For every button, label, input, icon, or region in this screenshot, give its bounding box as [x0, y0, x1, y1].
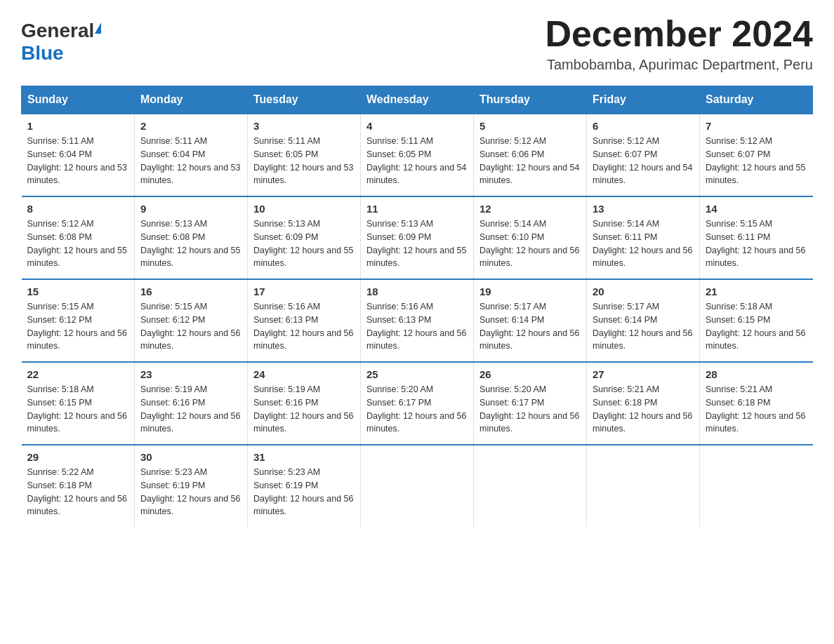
day-info: Sunrise: 5:23 AMSunset: 6:19 PMDaylight:…: [140, 466, 241, 518]
weekday-header-saturday: Saturday: [700, 86, 813, 114]
weekday-header-wednesday: Wednesday: [361, 86, 474, 114]
calendar-cell: 8Sunrise: 5:12 AMSunset: 6:08 PMDaylight…: [22, 196, 135, 279]
day-info: Sunrise: 5:13 AMSunset: 6:09 PMDaylight:…: [366, 217, 468, 270]
calendar-table: SundayMondayTuesdayWednesdayThursdayFrid…: [21, 86, 813, 527]
weekday-header-monday: Monday: [135, 86, 248, 114]
calendar-cell: 19Sunrise: 5:17 AMSunset: 6:14 PMDayligh…: [474, 279, 587, 362]
day-number: 30: [140, 451, 241, 463]
day-info: Sunrise: 5:14 AMSunset: 6:11 PMDaylight:…: [593, 217, 694, 270]
day-number: 29: [27, 451, 129, 463]
day-number: 7: [706, 120, 807, 132]
day-number: 12: [479, 203, 581, 215]
day-number: 16: [140, 286, 241, 297]
day-number: 4: [366, 120, 468, 132]
weekday-header-friday: Friday: [587, 86, 700, 114]
day-info: Sunrise: 5:13 AMSunset: 6:09 PMDaylight:…: [253, 217, 355, 270]
day-info: Sunrise: 5:12 AMSunset: 6:06 PMDaylight:…: [479, 135, 581, 187]
calendar-cell: 18Sunrise: 5:16 AMSunset: 6:13 PMDayligh…: [361, 279, 474, 362]
calendar-week-row: 15Sunrise: 5:15 AMSunset: 6:12 PMDayligh…: [22, 279, 813, 362]
day-info: Sunrise: 5:13 AMSunset: 6:08 PMDaylight:…: [140, 217, 241, 270]
calendar-cell: 9Sunrise: 5:13 AMSunset: 6:08 PMDaylight…: [135, 196, 248, 279]
day-number: 26: [479, 368, 581, 380]
calendar-cell: 23Sunrise: 5:19 AMSunset: 6:16 PMDayligh…: [135, 362, 248, 445]
day-number: 24: [253, 368, 355, 380]
day-info: Sunrise: 5:19 AMSunset: 6:16 PMDaylight:…: [253, 383, 355, 436]
calendar-week-row: 22Sunrise: 5:18 AMSunset: 6:15 PMDayligh…: [22, 362, 813, 445]
logo: General Blue: [21, 20, 101, 65]
calendar-cell: 10Sunrise: 5:13 AMSunset: 6:09 PMDayligh…: [248, 196, 361, 279]
calendar-cell: 12Sunrise: 5:14 AMSunset: 6:10 PMDayligh…: [474, 196, 587, 279]
calendar-cell: 7Sunrise: 5:12 AMSunset: 6:07 PMDaylight…: [700, 114, 813, 196]
calendar-cell: 31Sunrise: 5:23 AMSunset: 6:19 PMDayligh…: [248, 445, 361, 527]
location-title: Tambobamba, Apurimac Department, Peru: [545, 57, 813, 73]
calendar-cell: 29Sunrise: 5:22 AMSunset: 6:18 PMDayligh…: [22, 445, 135, 527]
day-info: Sunrise: 5:11 AMSunset: 6:04 PMDaylight:…: [27, 135, 129, 187]
day-number: 22: [27, 368, 129, 380]
day-info: Sunrise: 5:18 AMSunset: 6:15 PMDaylight:…: [27, 383, 129, 436]
day-number: 9: [140, 203, 241, 215]
day-number: 14: [706, 203, 807, 215]
day-info: Sunrise: 5:17 AMSunset: 6:14 PMDaylight:…: [593, 300, 694, 353]
day-info: Sunrise: 5:19 AMSunset: 6:16 PMDaylight:…: [140, 383, 241, 436]
day-info: Sunrise: 5:21 AMSunset: 6:18 PMDaylight:…: [706, 383, 807, 436]
calendar-cell: 3Sunrise: 5:11 AMSunset: 6:05 PMDaylight…: [248, 114, 361, 196]
calendar-cell: 21Sunrise: 5:18 AMSunset: 6:15 PMDayligh…: [700, 279, 813, 362]
calendar-cell: 11Sunrise: 5:13 AMSunset: 6:09 PMDayligh…: [361, 196, 474, 279]
calendar-week-row: 1Sunrise: 5:11 AMSunset: 6:04 PMDaylight…: [22, 114, 813, 196]
day-number: 31: [253, 451, 355, 463]
day-info: Sunrise: 5:21 AMSunset: 6:18 PMDaylight:…: [593, 383, 694, 436]
calendar-cell: 28Sunrise: 5:21 AMSunset: 6:18 PMDayligh…: [700, 362, 813, 445]
calendar-cell: 26Sunrise: 5:20 AMSunset: 6:17 PMDayligh…: [474, 362, 587, 445]
day-info: Sunrise: 5:14 AMSunset: 6:10 PMDaylight:…: [479, 217, 581, 270]
day-info: Sunrise: 5:20 AMSunset: 6:17 PMDaylight:…: [366, 383, 468, 436]
month-title: December 2024: [545, 14, 813, 54]
calendar-cell: 1Sunrise: 5:11 AMSunset: 6:04 PMDaylight…: [22, 114, 135, 196]
day-number: 20: [593, 286, 694, 297]
day-info: Sunrise: 5:12 AMSunset: 6:07 PMDaylight:…: [706, 135, 807, 187]
calendar-cell: 22Sunrise: 5:18 AMSunset: 6:15 PMDayligh…: [22, 362, 135, 445]
day-info: Sunrise: 5:16 AMSunset: 6:13 PMDaylight:…: [366, 300, 468, 353]
day-info: Sunrise: 5:11 AMSunset: 6:05 PMDaylight:…: [366, 135, 468, 187]
calendar-cell: 14Sunrise: 5:15 AMSunset: 6:11 PMDayligh…: [700, 196, 813, 279]
day-info: Sunrise: 5:12 AMSunset: 6:07 PMDaylight:…: [593, 135, 694, 187]
calendar-cell: [474, 445, 587, 527]
page-header: General Blue December 2024 Tambobamba, A…: [21, 14, 813, 73]
calendar-cell: 5Sunrise: 5:12 AMSunset: 6:06 PMDaylight…: [474, 114, 587, 196]
day-number: 10: [253, 203, 355, 215]
day-info: Sunrise: 5:16 AMSunset: 6:13 PMDaylight:…: [253, 300, 355, 353]
weekday-header-tuesday: Tuesday: [248, 86, 361, 114]
day-number: 13: [593, 203, 694, 215]
calendar-cell: 20Sunrise: 5:17 AMSunset: 6:14 PMDayligh…: [587, 279, 700, 362]
day-number: 21: [706, 286, 807, 297]
day-number: 2: [140, 120, 241, 132]
day-number: 17: [253, 286, 355, 297]
logo-general-text: General: [21, 20, 94, 42]
calendar-cell: 15Sunrise: 5:15 AMSunset: 6:12 PMDayligh…: [22, 279, 135, 362]
weekday-header-thursday: Thursday: [474, 86, 587, 114]
day-number: 18: [366, 286, 468, 297]
day-number: 15: [27, 286, 129, 297]
calendar-cell: 16Sunrise: 5:15 AMSunset: 6:12 PMDayligh…: [135, 279, 248, 362]
day-number: 11: [366, 203, 468, 215]
weekday-header-sunday: Sunday: [22, 86, 135, 114]
day-info: Sunrise: 5:12 AMSunset: 6:08 PMDaylight:…: [27, 217, 129, 270]
calendar-cell: [587, 445, 700, 527]
day-number: 1: [27, 120, 129, 132]
day-number: 23: [140, 368, 241, 380]
day-info: Sunrise: 5:15 AMSunset: 6:12 PMDaylight:…: [27, 300, 129, 353]
day-number: 25: [366, 368, 468, 380]
day-info: Sunrise: 5:18 AMSunset: 6:15 PMDaylight:…: [706, 300, 807, 353]
day-info: Sunrise: 5:15 AMSunset: 6:12 PMDaylight:…: [140, 300, 241, 353]
calendar-cell: [700, 445, 813, 527]
day-info: Sunrise: 5:15 AMSunset: 6:11 PMDaylight:…: [706, 217, 807, 270]
day-info: Sunrise: 5:17 AMSunset: 6:14 PMDaylight:…: [479, 300, 581, 353]
day-number: 8: [27, 203, 129, 215]
calendar-week-row: 29Sunrise: 5:22 AMSunset: 6:18 PMDayligh…: [22, 445, 813, 527]
calendar-cell: 4Sunrise: 5:11 AMSunset: 6:05 PMDaylight…: [361, 114, 474, 196]
calendar-cell: [361, 445, 474, 527]
day-info: Sunrise: 5:11 AMSunset: 6:04 PMDaylight:…: [140, 135, 241, 187]
day-info: Sunrise: 5:23 AMSunset: 6:19 PMDaylight:…: [253, 466, 355, 518]
day-info: Sunrise: 5:22 AMSunset: 6:18 PMDaylight:…: [27, 466, 129, 518]
calendar-week-row: 8Sunrise: 5:12 AMSunset: 6:08 PMDaylight…: [22, 196, 813, 279]
logo-arrow-icon: [95, 22, 101, 34]
